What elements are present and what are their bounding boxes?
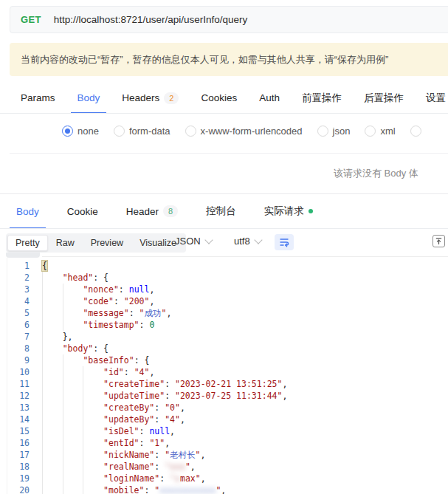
body-type-radio-none[interactable]: none [62,126,99,137]
request-tab-auth[interactable]: Auth [259,83,280,113]
line-number: 18 [0,461,30,473]
code-content: "body": { [42,343,108,354]
radio-icon [114,126,125,137]
request-tab-cookies[interactable]: Cookies [201,83,237,113]
json-token-punc: : [129,308,139,318]
tab-label: Cookies [201,92,237,103]
code-line: 8"body": { [0,343,448,354]
code-line: 18"realName": "xxx", [0,461,448,473]
code-line: 6"timestamp": 0 [0,319,448,331]
request-tab-body[interactable]: Body [77,83,100,113]
json-token-num: 0 [149,320,154,330]
json-token-kw: null [149,426,170,436]
view-mode-preview[interactable]: Preview [83,235,131,251]
json-token-str: "entId" [103,438,139,448]
line-number: 1 [0,260,30,272]
json-token-punc: : [139,320,150,330]
json-token-punc: : [124,367,134,377]
code-line: 16"entId": "1", [0,437,448,449]
code-line: 10"id": "4", [0,366,448,378]
request-tab-7[interactable]: 设置 [426,83,446,113]
json-token-punc: , [149,367,154,377]
line-number: 20 [0,484,30,494]
indent-guide [42,307,63,319]
json-token-str: " [196,450,201,460]
response-tab-cookie[interactable]: Cookie [67,194,98,228]
editor-left-border [7,258,7,494]
code-content: "updateTime": "2023-07-25 11:31:44", [42,390,287,402]
word-wrap-button[interactable] [275,234,294,250]
json-token-punc: : [154,462,165,472]
radio-icon [62,126,73,137]
json-token-punc: , [201,450,206,460]
indent-guide [63,307,83,319]
encoding-select[interactable]: utf8 [234,236,261,247]
indent-guide [83,425,103,437]
indent-guide [63,425,83,437]
code-content: "nickName": "老村长", [42,449,205,461]
code-content: }, [42,331,73,343]
indent-guide [83,461,103,473]
json-token-str: "id" [103,367,124,377]
response-tab-4[interactable]: 实际请求 [264,194,313,228]
indent-guide [63,484,83,494]
indent-guide [42,378,63,390]
json-token-punc: : [139,438,150,448]
request-tab-params[interactable]: Params [21,83,55,113]
request-tab-headers[interactable]: Headers2 [122,83,179,113]
scroll-to-top-button[interactable] [433,235,445,247]
body-type-radio-5[interactable] [410,126,421,137]
code-line: 5"message": "成功", [0,307,448,319]
code-content: "baseInfo": { [42,354,149,366]
json-token-punc: , [282,379,287,389]
json-token-str: "body" [63,343,94,354]
request-tab-5[interactable]: 前置操作 [302,83,342,113]
request-url-bar[interactable]: GET http://localhost:8721/user/api/userI… [10,6,448,33]
view-mode-raw[interactable]: Raw [48,235,83,251]
body-type-radio-xwwwformurlencoded[interactable]: x-www-form-urlencoded [185,126,303,137]
indent-guide [83,473,103,484]
json-token-str: "realName" [103,462,154,472]
indent-guide [83,414,103,425]
radio-label: none [77,126,99,137]
response-body-editor[interactable]: 1{2"head": {3"nonce": null,4"code": "200… [0,258,448,494]
line-number: 6 [0,319,30,331]
tab-label: 实际请求 [264,205,304,218]
response-tab-3[interactable]: 控制台 [206,194,236,228]
indent-guide [42,319,63,331]
json-token-punc: , [149,296,154,306]
code-content: "code": "200", [42,295,154,307]
json-token-str: max" [180,473,201,484]
body-type-radio-xml[interactable]: xml [365,126,395,137]
indent-guide [42,295,63,307]
response-tab-header[interactable]: Header8 [126,194,178,228]
indent-guide [83,484,103,494]
response-tab-body[interactable]: Body [16,194,39,228]
indent-guide [63,378,83,390]
indent-guide [42,343,63,354]
redacted-text: xxxxxxxxxxx [159,485,216,494]
json-token-str: "baseInfo" [83,355,134,366]
json-token-str: "2023-07-25 11:31:44" [175,391,282,401]
json-token-punc: }, [63,332,73,342]
indent-guide [63,449,83,461]
request-url-input[interactable]: http://localhost:8721/user/api/userInfo/… [54,14,248,25]
json-token-kw: null [129,284,150,295]
line-number: 11 [0,378,30,390]
body-type-radio-formdata[interactable]: form-data [114,126,170,137]
code-content: "createBy": "0", [42,402,185,414]
indent-guide [42,402,63,414]
json-token-punc: , [282,391,287,401]
radio-icon [410,126,421,137]
format-select[interactable]: JSON [175,236,212,247]
radio-icon [365,126,376,137]
line-number: 2 [0,272,30,284]
view-mode-pretty[interactable]: Pretty [7,235,48,251]
body-type-radio-json[interactable]: json [317,126,351,137]
line-number: 17 [0,449,30,461]
json-token-punc: : [165,379,175,389]
code-content: "head": { [42,272,108,284]
request-tab-6[interactable]: 后置操作 [364,83,404,113]
scroll-to-top-icon [435,237,443,245]
indent-guide [42,272,63,284]
